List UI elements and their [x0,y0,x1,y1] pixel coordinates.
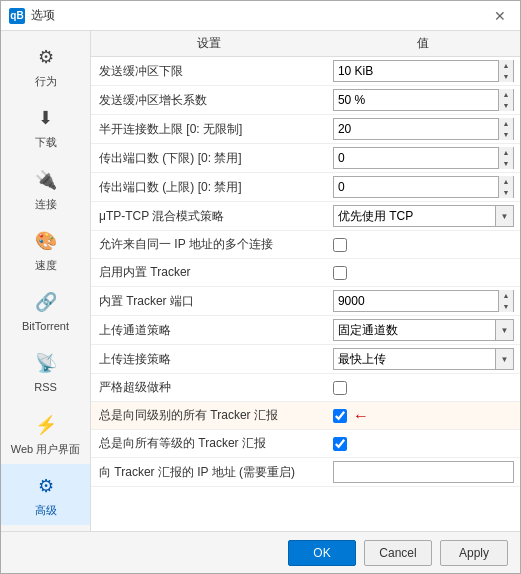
setting-value-11[interactable] [327,374,520,402]
table-row: 发送缓冲区增长系数▲▼ [91,86,520,115]
spinbox-0[interactable]: ▲▼ [333,60,514,82]
setting-name-9: 上传通道策略 [91,316,327,345]
checkbox-11[interactable] [333,381,347,395]
sidebar-label-advanced: 高级 [35,503,57,517]
setting-name-0: 发送缓冲区下限 [91,57,327,86]
setting-name-1: 发送缓冲区增长系数 [91,86,327,115]
advanced-icon: ⚙ [32,472,60,500]
spinbox-down-2[interactable]: ▼ [499,129,513,140]
spinbox-4[interactable]: ▲▼ [333,176,514,198]
setting-name-7: 启用内置 Tracker [91,259,327,287]
table-row: 半开连接数上限 [0: 无限制]▲▼ [91,115,520,144]
setting-name-5: μTP-TCP 混合模式策略 [91,202,327,231]
dropdown-value-10: 最快上传 [334,351,495,368]
setting-name-8: 内置 Tracker 端口 [91,287,327,316]
checkbox-13[interactable] [333,437,347,451]
setting-value-6[interactable] [327,231,520,259]
spinbox-3[interactable]: ▲▼ [333,147,514,169]
spinbox-input-0[interactable] [334,64,498,78]
checkbox-6[interactable] [333,238,347,252]
setting-value-14[interactable] [327,458,520,487]
spinbox-input-4[interactable] [334,180,498,194]
close-button[interactable]: ✕ [488,4,512,28]
sidebar-item-behavior[interactable]: ⚙行为 [1,35,90,96]
table-row: 允许来自同一 IP 地址的多个连接 [91,231,520,259]
spinbox-down-8[interactable]: ▼ [499,301,513,312]
setting-value-4[interactable]: ▲▼ [327,173,520,202]
spinbox-input-3[interactable] [334,151,498,165]
setting-value-8[interactable]: ▲▼ [327,287,520,316]
spinbox-down-3[interactable]: ▼ [499,158,513,169]
text-input-14[interactable] [333,461,514,483]
dropdown-9[interactable]: 固定通道数▼ [333,319,514,341]
setting-value-3[interactable]: ▲▼ [327,144,520,173]
setting-name-2: 半开连接数上限 [0: 无限制] [91,115,327,144]
table-row: 上传通道策略固定通道数▼ [91,316,520,345]
content-area: 设置 值 发送缓冲区下限▲▼发送缓冲区增长系数▲▼半开连接数上限 [0: 无限制… [91,31,520,531]
setting-value-10[interactable]: 最快上传▼ [327,345,520,374]
spinbox-up-8[interactable]: ▲ [499,290,513,301]
cancel-button[interactable]: Cancel [364,540,432,566]
apply-button[interactable]: Apply [440,540,508,566]
dropdown-10[interactable]: 最快上传▼ [333,348,514,370]
setting-value-0[interactable]: ▲▼ [327,57,520,86]
spinbox-input-1[interactable] [334,93,498,107]
setting-value-13[interactable] [327,430,520,458]
setting-name-14: 向 Tracker 汇报的 IP 地址 (需要重启) [91,458,327,487]
sidebar: ⚙行为⬇下载🔌连接🎨速度🔗BitTorrent📡RSS⚡Web 用户界面⚙高级 [1,31,91,531]
spinbox-2[interactable]: ▲▼ [333,118,514,140]
checkbox-12[interactable] [333,409,347,423]
behavior-icon: ⚙ [32,43,60,71]
connection-icon: 🔌 [32,166,60,194]
spinbox-up-3[interactable]: ▲ [499,147,513,158]
sidebar-item-bittorrent[interactable]: 🔗BitTorrent [1,280,90,341]
table-row: 严格超级做种 [91,374,520,402]
ok-button[interactable]: OK [288,540,356,566]
table-row: μTP-TCP 混合模式策略优先使用 TCP▼ [91,202,520,231]
spinbox-up-2[interactable]: ▲ [499,118,513,129]
setting-value-9[interactable]: 固定通道数▼ [327,316,520,345]
setting-name-4: 传出端口数 (上限) [0: 禁用] [91,173,327,202]
settings-table-container[interactable]: 设置 值 发送缓冲区下限▲▼发送缓冲区增长系数▲▼半开连接数上限 [0: 无限制… [91,31,520,531]
sidebar-item-advanced[interactable]: ⚙高级 [1,464,90,525]
table-row: 启用内置 Tracker [91,259,520,287]
setting-name-13: 总是向所有等级的 Tracker 汇报 [91,430,327,458]
setting-name-12: 总是向同级别的所有 Tracker 汇报 [91,402,327,430]
setting-value-2[interactable]: ▲▼ [327,115,520,144]
table-row: 传出端口数 (上限) [0: 禁用]▲▼ [91,173,520,202]
spinbox-input-8[interactable] [334,294,498,308]
sidebar-item-connection[interactable]: 🔌连接 [1,158,90,219]
sidebar-item-download[interactable]: ⬇下载 [1,96,90,157]
checkbox-7[interactable] [333,266,347,280]
spinbox-input-2[interactable] [334,122,498,136]
sidebar-item-webui[interactable]: ⚡Web 用户界面 [1,403,90,464]
col-value-header: 值 [327,31,520,57]
dropdown-arrow-icon-9: ▼ [495,320,513,340]
settings-table: 设置 值 发送缓冲区下限▲▼发送缓冲区增长系数▲▼半开连接数上限 [0: 无限制… [91,31,520,487]
setting-value-1[interactable]: ▲▼ [327,86,520,115]
bottom-bar: OK Cancel Apply [1,531,520,573]
sidebar-label-download: 下载 [35,135,57,149]
sidebar-item-speed[interactable]: 🎨速度 [1,219,90,280]
title-bar: qB 选项 ✕ [1,1,520,31]
sidebar-label-rss: RSS [34,380,57,394]
table-row: 向 Tracker 汇报的 IP 地址 (需要重启) [91,458,520,487]
dropdown-value-5: 优先使用 TCP [334,208,495,225]
spinbox-up-4[interactable]: ▲ [499,176,513,187]
spinbox-down-4[interactable]: ▼ [499,187,513,198]
dropdown-5[interactable]: 优先使用 TCP▼ [333,205,514,227]
table-row: 内置 Tracker 端口▲▼ [91,287,520,316]
spinbox-1[interactable]: ▲▼ [333,89,514,111]
spinbox-down-0[interactable]: ▼ [499,71,513,82]
setting-value-12[interactable]: ← [327,402,520,430]
setting-value-7[interactable] [327,259,520,287]
spinbox-down-1[interactable]: ▼ [499,100,513,111]
spinbox-up-0[interactable]: ▲ [499,60,513,71]
spinbox-up-1[interactable]: ▲ [499,89,513,100]
spinbox-8[interactable]: ▲▼ [333,290,514,312]
table-row: 上传连接策略最快上传▼ [91,345,520,374]
setting-value-5[interactable]: 优先使用 TCP▼ [327,202,520,231]
sidebar-label-connection: 连接 [35,197,57,211]
sidebar-item-rss[interactable]: 📡RSS [1,341,90,402]
col-setting-header: 设置 [91,31,327,57]
